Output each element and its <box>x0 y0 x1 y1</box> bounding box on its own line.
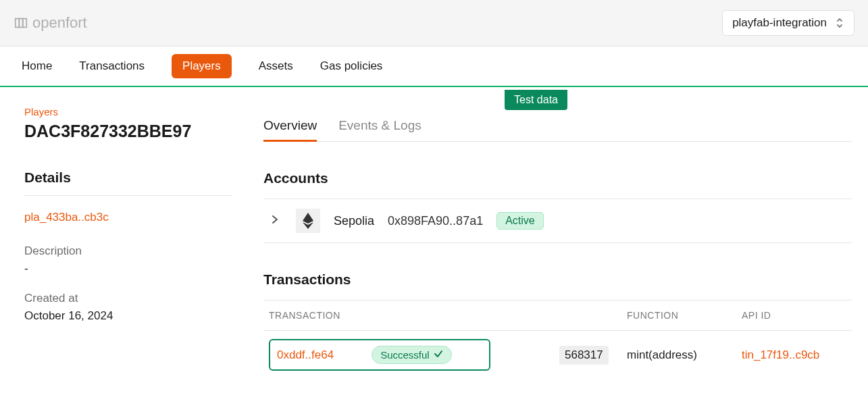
page-title: DAC3F827332BBE97 <box>24 122 232 141</box>
created-at-label: Created at <box>24 292 232 305</box>
transactions-header: TRANSACTION FUNCTION API ID <box>263 300 852 331</box>
transactions-table: TRANSACTION FUNCTION API ID 0xddf..fe64 … <box>263 300 852 379</box>
col-api-id: API ID <box>742 310 846 321</box>
tab-overview[interactable]: Overview <box>263 111 317 141</box>
transaction-status-badge: Successful <box>372 346 452 364</box>
nav-gas-policies[interactable]: Gas policies <box>320 54 383 78</box>
main-nav: Home Transactions Players Assets Gas pol… <box>0 47 868 87</box>
created-at-value: October 16, 2024 <box>24 309 232 323</box>
svg-rect-2 <box>23 19 27 28</box>
nav-transactions[interactable]: Transactions <box>79 54 145 78</box>
nav-players[interactable]: Players <box>172 54 232 78</box>
player-id-link[interactable]: pla_433ba..cb3c <box>24 211 232 224</box>
expand-icon[interactable] <box>267 212 282 230</box>
top-bar: openfort playfab-integration <box>0 0 868 47</box>
nav-home[interactable]: Home <box>22 54 52 78</box>
details-sidebar: Players DAC3F827332BBE97 Details pla_433… <box>0 87 257 379</box>
openfort-logo-icon <box>14 16 28 30</box>
block-number: 568317 <box>559 346 609 365</box>
description-value: - <box>24 262 232 276</box>
svg-marker-3 <box>303 213 313 224</box>
test-data-badge: Test data <box>505 90 567 110</box>
status-text: Successful <box>380 349 430 361</box>
account-address: 0x898FA90..87a1 <box>388 214 483 228</box>
details-heading: Details <box>24 169 232 186</box>
accounts-heading: Accounts <box>263 170 852 186</box>
account-status-badge: Active <box>496 212 544 230</box>
transaction-hash-link[interactable]: 0xddf..fe64 <box>277 348 334 362</box>
project-selector[interactable]: playfab-integration <box>722 10 854 36</box>
account-row[interactable]: Sepolia 0x898FA90..87a1 Active <box>263 199 852 243</box>
api-id-link[interactable]: tin_17f19..c9cb <box>742 348 819 361</box>
transactions-heading: Transactions <box>263 271 852 288</box>
details-divider <box>24 195 232 196</box>
tab-events-logs[interactable]: Events & Logs <box>338 111 422 141</box>
project-selector-value: playfab-integration <box>732 16 827 30</box>
transaction-highlight: 0xddf..fe64 Successful <box>269 339 490 371</box>
detail-tabs: Overview Events & Logs <box>263 111 852 142</box>
ethereum-icon <box>296 209 320 233</box>
chevron-updown-icon <box>835 17 844 29</box>
brand-name: openfort <box>32 14 87 32</box>
function-name: mint(address) <box>627 348 697 361</box>
account-network: Sepolia <box>334 214 374 228</box>
check-icon <box>434 349 443 361</box>
transaction-row[interactable]: 0xddf..fe64 Successful 568317 <box>263 331 852 379</box>
nav-assets[interactable]: Assets <box>259 54 293 78</box>
description-label: Description <box>24 244 232 258</box>
brand-logo: openfort <box>14 14 87 32</box>
col-transaction: TRANSACTION <box>269 310 559 321</box>
col-function: FUNCTION <box>627 310 742 321</box>
main-content: Test data Overview Events & Logs Account… <box>257 87 868 379</box>
breadcrumb-players[interactable]: Players <box>24 106 232 117</box>
